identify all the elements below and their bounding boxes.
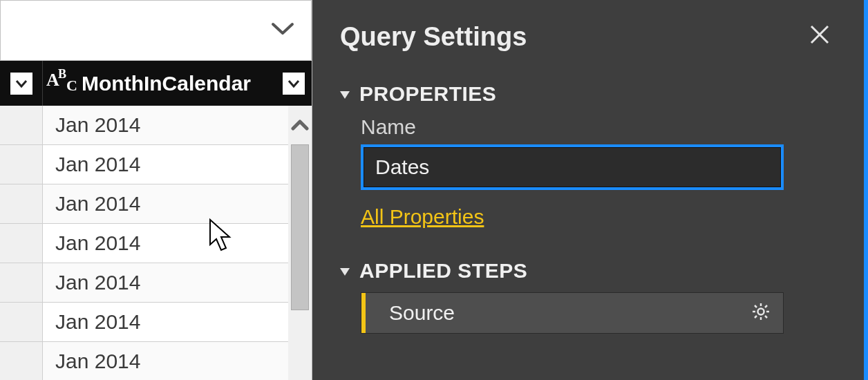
applied-step-row[interactable]: Source <box>361 292 784 334</box>
table-row[interactable]: Jan 2014 <box>0 224 312 263</box>
applied-steps-list: Source <box>361 292 784 334</box>
collapse-triangle-icon[interactable] <box>339 259 351 283</box>
scroll-up-icon[interactable] <box>288 106 312 144</box>
applied-steps-heading[interactable]: APPLIED STEPS <box>339 259 843 283</box>
all-properties-link[interactable]: All Properties <box>361 205 484 229</box>
applied-step-label: Source <box>366 301 455 325</box>
filter-dropdown-icon[interactable] <box>10 73 32 95</box>
svg-marker-2 <box>340 91 350 99</box>
close-icon[interactable] <box>802 19 838 55</box>
grid-body: Jan 2014 Jan 2014 Jan 2014 Jan 2014 Jan … <box>0 106 312 380</box>
collapse-triangle-icon[interactable] <box>339 82 351 106</box>
cell[interactable]: Jan 2014 <box>43 231 312 255</box>
pane-title: Query Settings <box>340 22 527 52</box>
table-row[interactable]: Jan 2014 <box>0 145 312 184</box>
row-number-cell <box>0 263 43 302</box>
cell[interactable]: Jan 2014 <box>43 310 312 334</box>
table-row[interactable]: Jan 2014 <box>0 342 312 380</box>
pane-resize-edge[interactable] <box>864 0 868 380</box>
query-settings-pane: Query Settings PROPERTIES Name All Prope… <box>312 0 868 380</box>
cell[interactable]: Jan 2014 <box>43 113 312 137</box>
column-type-text-icon: ABC <box>43 70 82 97</box>
row-number-cell <box>0 184 43 223</box>
svg-line-9 <box>755 305 757 307</box>
column-header-label[interactable]: MonthInCalendar <box>82 72 276 95</box>
cell[interactable]: Jan 2014 <box>43 350 312 373</box>
table-row[interactable]: Jan 2014 <box>0 106 312 145</box>
column-filter-right[interactable] <box>276 61 312 106</box>
name-input-wrap <box>361 144 784 190</box>
applied-steps-section: APPLIED STEPS Source <box>337 259 843 334</box>
row-number-cell <box>0 106 43 144</box>
properties-section: PROPERTIES Name All Properties <box>337 82 843 229</box>
svg-point-4 <box>758 309 764 315</box>
svg-marker-3 <box>340 268 350 276</box>
svg-line-10 <box>765 316 767 318</box>
vertical-scrollbar[interactable] <box>288 106 312 380</box>
query-name-input[interactable] <box>364 147 781 187</box>
applied-steps-heading-label: APPLIED STEPS <box>359 259 527 283</box>
chevron-down-icon[interactable] <box>271 22 294 39</box>
table-row[interactable]: Jan 2014 <box>0 303 312 342</box>
data-preview-pane: ABC MonthInCalendar Jan 2014 Jan 2014 Ja… <box>0 0 312 380</box>
column-filter-left[interactable] <box>0 61 43 106</box>
gear-icon[interactable] <box>751 302 771 324</box>
properties-heading[interactable]: PROPERTIES <box>339 82 843 106</box>
filter-dropdown-icon[interactable] <box>283 73 305 95</box>
row-number-cell <box>0 303 43 341</box>
properties-heading-label: PROPERTIES <box>359 82 496 106</box>
scroll-thumb[interactable] <box>291 144 309 310</box>
name-field-label: Name <box>339 115 843 139</box>
svg-line-11 <box>765 305 767 307</box>
formula-bar[interactable] <box>0 0 312 61</box>
table-row[interactable]: Jan 2014 <box>0 184 312 224</box>
cell[interactable]: Jan 2014 <box>43 271 312 294</box>
cell[interactable]: Jan 2014 <box>43 153 312 176</box>
svg-line-12 <box>755 316 757 318</box>
cell[interactable]: Jan 2014 <box>43 192 312 216</box>
row-number-cell <box>0 224 43 263</box>
row-number-cell <box>0 145 43 184</box>
table-row[interactable]: Jan 2014 <box>0 263 312 303</box>
column-header-row: ABC MonthInCalendar <box>0 61 312 106</box>
row-number-cell <box>0 342 43 380</box>
